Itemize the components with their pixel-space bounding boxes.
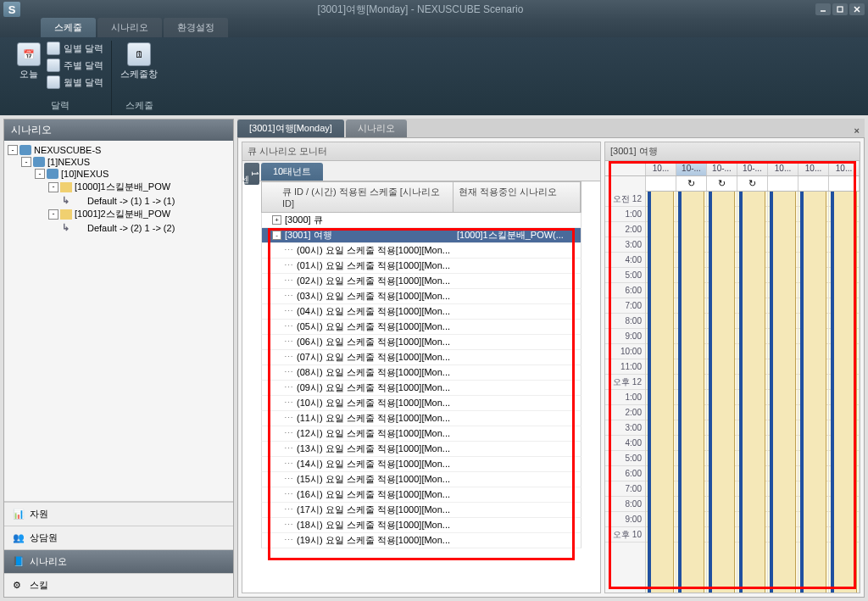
schedule-day-header[interactable]: 10... <box>768 161 798 175</box>
schedule-day-header[interactable]: 10... <box>829 161 860 175</box>
day-column[interactable] <box>707 192 737 593</box>
day-column[interactable] <box>798 192 829 593</box>
ribbon-button-today[interactable]: 📅 오늘 <box>15 41 42 82</box>
appointment-bar[interactable] <box>800 192 826 593</box>
grid-row[interactable]: ⋯(10시) 요일 스케줄 적용[1000][Mon... <box>261 396 581 411</box>
schedule-day-header[interactable]: 10-... <box>676 161 707 175</box>
ribbon-group-calendar: 📅 오늘 일별 달력 주별 달력 월별 달력 <box>8 41 112 115</box>
schedule-body[interactable]: 오전 121:002:003:004:005:006:007:008:009:0… <box>605 192 860 593</box>
grid-row[interactable]: ⋯(19시) 요일 스케줄 적용[1000][Mon... <box>261 533 581 548</box>
appointment-bar[interactable] <box>709 192 735 593</box>
side-tab-people[interactable]: 👥상담원 <box>4 526 233 549</box>
calendar-icon <box>47 75 60 89</box>
schedule-day-header[interactable]: 10... <box>646 161 676 175</box>
grid-cell <box>453 335 581 349</box>
grid-row[interactable]: ⋯(07시) 요일 스케줄 적용[1000][Mon... <box>261 350 581 365</box>
grid-row[interactable]: ⋯(05시) 요일 스케줄 적용[1000][Mon... <box>261 320 581 335</box>
tree-toggle-icon[interactable]: - <box>21 157 31 167</box>
tree-node[interactable]: -[1000]1스킬분배_POW <box>8 180 230 194</box>
monitor-tabs: 1센터 10태넌트 <box>242 161 600 181</box>
grid-row[interactable]: ⋯(14시) 요일 스케줄 적용[1000][Mon... <box>261 457 581 472</box>
schedule-day-header[interactable]: 10-... <box>737 161 768 175</box>
grid-row[interactable]: ⋯(13시) 요일 스케줄 적용[1000][Mon... <box>261 442 581 457</box>
doc-close-button[interactable]: × <box>849 124 865 137</box>
tree-toggle-icon[interactable]: - <box>8 145 18 155</box>
tree-node[interactable]: ↳Default -> (1) 1 -> (1) <box>8 194 230 207</box>
schedule-refresh-cell[interactable] <box>768 176 798 191</box>
queue-monitor-panel: 큐 시나리오 모니터 1센터 10태넌트 큐 ID / (시간) 적용된 스케줄… <box>242 142 601 593</box>
day-column[interactable] <box>737 192 768 593</box>
ribbon-button-daily[interactable]: 일별 달력 <box>46 41 104 56</box>
ribbon-tab-scenario[interactable]: 시나리오 <box>97 18 162 37</box>
tree-toggle-icon[interactable]: - <box>48 182 58 192</box>
tree-node[interactable]: ↳Default -> (2) 1 -> (2) <box>8 221 230 234</box>
row-toggle-icon[interactable]: - <box>272 231 281 240</box>
grid-row[interactable]: ⋯(17시) 요일 스케줄 적용[1000][Mon... <box>261 503 581 518</box>
day-column[interactable] <box>829 192 860 593</box>
minimize-button[interactable] <box>815 3 831 15</box>
ribbon-button-weekly[interactable]: 주별 달력 <box>46 58 104 73</box>
grid-cell: ⋯(13시) 요일 스케줄 적용[1000][Mon... <box>262 442 453 456</box>
appointment-bar[interactable] <box>678 192 704 593</box>
grid-row[interactable]: ⋯(15시) 요일 스케줄 적용[1000][Mon... <box>261 472 581 487</box>
doc-tab-active[interactable]: [3001]여행[Monday] <box>237 120 344 137</box>
maximize-button[interactable] <box>832 3 848 15</box>
grid-row[interactable]: +[3000] 큐 <box>261 213 581 228</box>
schedule-title: [3001] 여행 <box>605 142 860 161</box>
side-tab-book[interactable]: 📘시나리오 <box>4 549 233 573</box>
ribbon-tab-schedule[interactable]: 스케줄 <box>41 18 96 37</box>
tree-node[interactable]: -[1]NEXUS <box>8 156 230 168</box>
time-label: 8:00 <box>605 497 645 512</box>
schedule-refresh-cell[interactable] <box>829 176 860 191</box>
time-label: 9:00 <box>605 512 645 527</box>
doc-tab-scenario[interactable]: 시나리오 <box>346 120 407 137</box>
schedule-refresh-cell[interactable]: ↻ <box>676 176 707 191</box>
row-toggle-icon[interactable]: + <box>272 215 281 225</box>
schedule-refresh-cell[interactable]: ↻ <box>737 176 768 191</box>
monitor-title: 큐 시나리오 모니터 <box>242 142 600 161</box>
tree-node[interactable]: -[10]NEXUS <box>8 168 230 180</box>
grid-row[interactable]: ⋯(01시) 요일 스케줄 적용[1000][Mon... <box>261 259 581 274</box>
row-label: (10시) 요일 스케줄 적용[1000][Mon... <box>297 397 450 409</box>
grid-row[interactable]: ⋯(03시) 요일 스케줄 적용[1000][Mon... <box>261 289 581 304</box>
grid-row[interactable]: ⋯(08시) 요일 스케줄 적용[1000][Mon... <box>261 365 581 381</box>
row-label: (02시) 요일 스케줄 적용[1000][Mon... <box>297 275 450 287</box>
appointment-bar[interactable] <box>831 192 857 593</box>
schedule-day-header[interactable]: 10-... <box>707 161 737 175</box>
grid-row[interactable]: ⋯(00시) 요일 스케줄 적용[1000][Mon... <box>261 243 581 259</box>
grid-row[interactable]: ⋯(16시) 요일 스케줄 적용[1000][Mon... <box>261 487 581 503</box>
appointment-bar[interactable] <box>739 192 765 593</box>
schedule-refresh-cell[interactable] <box>798 176 829 191</box>
grid-row[interactable]: ⋯(12시) 요일 스케줄 적용[1000][Mon... <box>261 426 581 442</box>
grid-row[interactable]: ⋯(09시) 요일 스케줄 적용[1000][Mon... <box>261 381 581 396</box>
ribbon-tab-settings[interactable]: 환경설정 <box>164 18 228 37</box>
ribbon-button-schedule-window[interactable]: 🗓 스케줄창 <box>119 41 159 82</box>
side-tab-bars[interactable]: 📊자원 <box>4 502 233 526</box>
appointment-bar[interactable] <box>648 192 674 593</box>
schedule-refresh-cell[interactable]: ↻ <box>707 176 737 191</box>
queue-grid[interactable]: 큐 ID / (시간) 적용된 스케줄 [시나리오ID] 현재 적용중인 시나리… <box>242 181 600 593</box>
grid-row[interactable]: ⋯(04시) 요일 스케줄 적용[1000][Mon... <box>261 304 581 320</box>
scenario-tree[interactable]: -NEXUSCUBE-S-[1]NEXUS-[10]NEXUS-[1000]1스… <box>4 141 233 502</box>
appointment-bar[interactable] <box>770 192 796 593</box>
close-button[interactable] <box>849 3 865 15</box>
ribbon-button-monthly[interactable]: 월별 달력 <box>46 75 104 90</box>
day-column[interactable] <box>646 192 676 593</box>
grid-row[interactable]: ⋯(18시) 요일 스케줄 적용[1000][Mon... <box>261 518 581 533</box>
grid-row[interactable]: -[3001] 여행[1000]1스킬분배_POW(... <box>261 228 581 243</box>
grid-row[interactable]: ⋯(06시) 요일 스케줄 적용[1000][Mon... <box>261 335 581 350</box>
day-column[interactable] <box>768 192 798 593</box>
time-label: 7:00 <box>605 298 645 314</box>
schedule-refresh-cell[interactable] <box>646 176 676 191</box>
tree-node-label: [1]NEXUS <box>47 157 90 167</box>
grid-row[interactable]: ⋯(02시) 요일 스케줄 적용[1000][Mon... <box>261 274 581 289</box>
day-column[interactable] <box>676 192 707 593</box>
tree-toggle-icon[interactable]: - <box>48 209 58 220</box>
tree-toggle-icon[interactable]: - <box>35 169 45 179</box>
tree-node[interactable]: -[1001]2스킬분배_POW <box>8 207 230 221</box>
tenant-tab[interactable]: 10태넌트 <box>261 163 323 181</box>
side-tab-skill[interactable]: ⚙스킬 <box>4 573 233 597</box>
tree-node[interactable]: -NEXUSCUBE-S <box>8 144 230 156</box>
grid-row[interactable]: ⋯(11시) 요일 스케줄 적용[1000][Mon... <box>261 411 581 426</box>
schedule-day-header[interactable]: 10... <box>798 161 829 175</box>
